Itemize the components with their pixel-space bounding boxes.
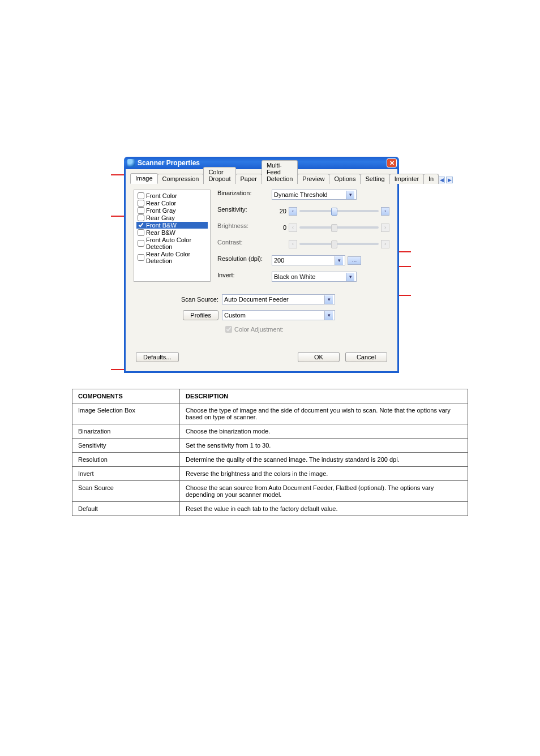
invert-combo[interactable]: Black on White ▾ [272, 272, 357, 282]
chk-rear-gray[interactable]: Rear Gray [136, 214, 208, 221]
contrast-increment: › [381, 240, 389, 248]
tab-label: Imprinter [395, 175, 419, 182]
tab-multi-feed-detection[interactable]: Multi-Feed Detection [262, 160, 298, 184]
lower-settings: Scan Source: Auto Document Feeder ▾ Prof… [134, 294, 389, 333]
tab-label: Image [135, 175, 153, 182]
table-header-cell: COMPONENTS [72, 389, 180, 403]
profiles-button-label: Profiles [190, 312, 211, 319]
chevron-down-icon: ▾ [335, 256, 343, 265]
contrast-track [299, 243, 379, 245]
resolution-combo[interactable]: 200 ▾ [272, 255, 345, 265]
checkbox[interactable] [138, 200, 144, 207]
chk-front-gray[interactable]: Front Gray [136, 207, 208, 214]
brightness-track [299, 226, 379, 229]
checkbox[interactable] [138, 207, 144, 214]
ok-button[interactable]: OK [298, 352, 340, 362]
table-row: Scan Source Choose the scan source from … [72, 481, 468, 502]
brightness-decrement: ‹ [289, 224, 297, 232]
chk-rear-auto-color[interactable]: Rear Auto Color Detection [136, 251, 208, 264]
brightness-label: Brightness: [217, 222, 268, 233]
tab-overflow[interactable]: In [423, 174, 439, 184]
sensitivity-value: 20 [272, 208, 286, 214]
tab-label: Compression [162, 175, 199, 182]
chk-label: Rear Auto Color Detection [146, 251, 207, 264]
table-cell: Reset the value in each tab to the facto… [180, 502, 468, 516]
sensitivity-decrement[interactable]: ‹ [289, 207, 297, 216]
defaults-button[interactable]: Defaults... [136, 352, 179, 362]
cancel-button[interactable]: Cancel [345, 352, 387, 362]
chk-rear-bw[interactable]: Rear B&W [136, 229, 208, 236]
profiles-button[interactable]: Profiles [183, 310, 218, 320]
tab-label: Color Dropout [208, 169, 230, 182]
chevron-down-icon: ▾ [346, 191, 354, 199]
close-icon: ✕ [389, 160, 395, 167]
window-title: Scanner Properties [138, 159, 200, 167]
profiles-combo[interactable]: Custom ▾ [222, 310, 335, 320]
tab-label: In [428, 175, 434, 182]
defaults-button-label: Defaults... [143, 354, 172, 360]
checkbox[interactable] [138, 240, 144, 247]
checkbox[interactable] [138, 192, 144, 199]
checkbox[interactable] [138, 214, 144, 221]
tab-label: Paper [241, 175, 257, 182]
sensitivity-label: Sensitivity: [217, 206, 268, 216]
checkbox[interactable] [138, 254, 144, 261]
close-button[interactable]: ✕ [387, 158, 397, 167]
chk-label: Front B&W [146, 222, 177, 229]
sensitivity-slider[interactable]: 20 ‹ › [272, 206, 389, 216]
invert-label: Invert: [217, 272, 268, 282]
components-table: COMPONENTS DESCRIPTION Image Selection B… [72, 389, 468, 516]
resolution-label: Resolution (dpi): [217, 255, 268, 265]
tab-scroll-left[interactable]: ◀ [438, 177, 445, 183]
color-adjustment-checkbox: Color Adjustment: [225, 326, 389, 333]
chk-label: Rear Color [146, 200, 176, 207]
tab-imprinter[interactable]: Imprinter [389, 174, 424, 184]
brightness-value: 0 [272, 224, 286, 231]
scan-source-value: Auto Document Feeder [224, 296, 289, 303]
tab-options[interactable]: Options [329, 174, 361, 184]
tab-scroll-right[interactable]: ▶ [446, 177, 453, 183]
app-icon [127, 159, 135, 167]
tab-setting[interactable]: Setting [360, 174, 389, 184]
chk-rear-color[interactable]: Rear Color [136, 200, 208, 207]
table-row: Resolution Determine the quality of the … [72, 453, 468, 467]
chk-front-auto-color[interactable]: Front Auto Color Detection [136, 237, 208, 250]
chk-label: Rear B&W [146, 229, 175, 236]
tab-compression[interactable]: Compression [157, 174, 204, 184]
sensitivity-increment[interactable]: › [381, 207, 389, 216]
table-cell: Invert [72, 467, 180, 481]
table-cell: Determine the quality of the scanned ima… [180, 453, 468, 467]
table-cell: Set the sensitivity from 1 to 30. [180, 439, 468, 453]
resolution-value: 200 [274, 257, 284, 264]
settings-panel: Binarization: Dynamic Threshold ▾ Sensit… [217, 190, 389, 282]
chevron-down-icon: ▾ [324, 311, 333, 320]
contrast-slider: ‹ › [272, 239, 389, 249]
scanner-properties-dialog: Scanner Properties ✕ Image Compression C… [124, 157, 399, 373]
tab-image[interactable]: Image [130, 173, 158, 184]
table-cell: Choose the binarization mode. [180, 424, 468, 439]
binarization-value: Dynamic Threshold [274, 191, 328, 198]
dialog-footer: Defaults... OK Cancel [134, 349, 389, 363]
table-header-cell: DESCRIPTION [180, 389, 468, 403]
table-row: Sensitivity Set the sensitivity from 1 t… [72, 439, 468, 453]
sensitivity-track[interactable] [299, 210, 379, 212]
color-adjustment-label: Color Adjustment: [234, 326, 284, 333]
binarization-combo[interactable]: Dynamic Threshold ▾ [272, 190, 357, 200]
checkbox[interactable] [138, 222, 144, 229]
checkbox[interactable] [138, 229, 144, 236]
binarization-label: Binarization: [217, 190, 268, 200]
tab-color-dropout[interactable]: Color Dropout [203, 167, 235, 184]
tab-preview[interactable]: Preview [297, 174, 329, 184]
tab-label: Multi-Feed Detection [267, 162, 293, 182]
chk-front-color[interactable]: Front Color [136, 192, 208, 199]
table-cell: Choose the type of image and the side of… [180, 403, 468, 424]
resolution-extra-button[interactable]: … [348, 256, 361, 265]
chk-front-bw[interactable]: Front B&W [136, 222, 208, 229]
contrast-label: Contrast: [217, 239, 268, 249]
table-row: Binarization Choose the binarization mod… [72, 424, 468, 439]
checkbox [225, 326, 232, 333]
scan-source-label: Scan Source: [134, 296, 222, 303]
scan-source-combo[interactable]: Auto Document Feeder ▾ [222, 294, 335, 304]
tab-paper[interactable]: Paper [235, 174, 262, 184]
tab-label: Preview [302, 175, 324, 182]
